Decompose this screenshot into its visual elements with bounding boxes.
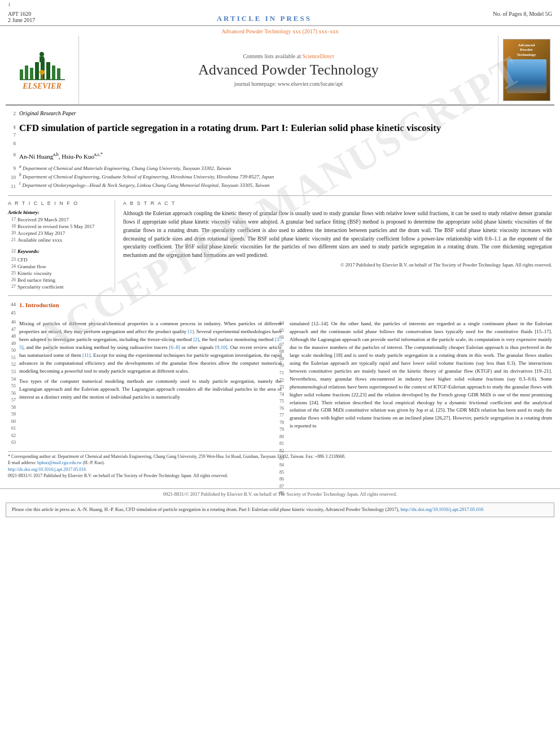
ln50: 50	[8, 347, 16, 355]
line-22: 22	[8, 248, 16, 256]
divider-1	[8, 195, 552, 196]
article-type-row: 2 Original Research Paper	[8, 110, 552, 120]
kw2-row: 24 Granular flow	[8, 264, 109, 270]
sciencedirect-link[interactable]: ScienceDirect	[302, 53, 334, 59]
ln46: 46	[8, 319, 16, 326]
journal-banner-line: Advanced Powder Technology xxx (2017) xx…	[0, 26, 560, 36]
author2-sup: a,c,*	[94, 152, 103, 157]
elsevier-wordmark: ELSEVIER	[23, 82, 61, 91]
keyword-5: Specularity coefficient	[18, 284, 64, 290]
available-online: Available online xxxx	[18, 237, 62, 243]
keyword-4: Bed surface fitting	[18, 277, 55, 283]
email-label: E-mail address:	[8, 460, 36, 465]
line-17: 17	[8, 217, 16, 224]
svg-rect-2	[30, 68, 33, 80]
abstract-col: A B S T R A C T Although the Eulerian ap…	[123, 200, 552, 291]
received-date: Received 29 March 2017	[18, 217, 69, 222]
abstract-copyright: © 2017 Published by Elsevier B.V. on beh…	[123, 262, 552, 268]
kw1-row: 23 CFD	[8, 257, 109, 264]
svg-rect-0	[20, 69, 23, 80]
apt-number: APT 1620	[8, 11, 35, 17]
body-two-col: Mixing of particles of different physica…	[19, 320, 552, 447]
main-content: 2 Original Research Paper § 7 8 CFD simu…	[0, 106, 560, 483]
journal-header: ELSEVIER Contents lists available at Sci…	[6, 36, 554, 106]
authors-row: 8 An-Ni Huanga,b, Hsiu-Po Kuoa,c,*	[8, 152, 552, 162]
line-18: 18	[8, 224, 16, 230]
intro-para-right: simulated [12–14]. On the other hand, th…	[290, 320, 552, 430]
intro-heading: 1. Introduction	[19, 302, 59, 308]
elsevier-brand: ELSEVIER	[17, 50, 68, 91]
intro-para2: Two types of the computer numerical mode…	[19, 378, 282, 401]
aff-sup-b: b	[19, 172, 21, 177]
intro-heading-area: 1. Introduction	[19, 300, 59, 317]
line-nums-title: § 7 8	[8, 122, 16, 147]
ln53: 53	[8, 369, 16, 376]
body-line-numbers-right: 646566676869 707172737475 767778798081 8…	[279, 320, 284, 497]
article-info-col: A R T I C L E I N F O Article history: 1…	[8, 200, 115, 291]
ln59: 59	[8, 411, 16, 418]
ln56: 56	[8, 390, 16, 397]
affiliation-c: c Department of Otolaryngology—Head & Ne…	[19, 181, 274, 188]
line-44: 44	[8, 300, 16, 308]
citation-doi-link[interactable]: http://dx.doi.org/10.1016/j.apt.2017.05.…	[400, 506, 483, 512]
ln54: 54	[8, 376, 16, 383]
line-27: 27	[8, 284, 16, 291]
available-row: 21 Available online xxxx	[8, 237, 109, 244]
line-nums-intro: 44 45	[8, 300, 16, 317]
svg-rect-5	[46, 62, 50, 80]
ln63: 63	[8, 439, 16, 447]
intro-section-header: 44 45 1. Introduction	[8, 300, 552, 317]
top-header: APT 1620 2 June 2017 ARTICLE IN PRESS No…	[0, 7, 560, 26]
citation-text: Please cite this article in press as: A.…	[12, 506, 399, 512]
article-info-heading: A R T I C L E I N F O	[8, 200, 109, 206]
ref2: [2]	[193, 337, 199, 342]
ln48: 48	[8, 333, 16, 340]
ln61: 61	[8, 425, 16, 433]
line-num-10: 10	[8, 173, 16, 182]
ln57: 57	[8, 397, 16, 404]
affiliations-list: a Department of Chemical and Materials E…	[19, 164, 274, 191]
kw3-row: 25 Kinetic viscosity	[8, 270, 109, 277]
line-num-8b: 8	[8, 152, 16, 162]
line-26: 26	[8, 277, 16, 284]
corresponding-label: * Corresponding author at: Department of…	[8, 454, 345, 459]
cover-image-graphic	[507, 59, 546, 93]
elsevier-logo-area: ELSEVIER	[6, 36, 79, 104]
email-link[interactable]: hpkuo@mail.cgu.edu.tw	[37, 460, 82, 465]
ln55: 55	[8, 383, 16, 390]
revised-date: Received in revised form 5 May 2017	[18, 224, 94, 229]
line-num-2: 2	[8, 111, 16, 116]
journal-cover-area: AdvancedPowderTechnology	[498, 36, 554, 104]
author2-name: Hsiu-Po Kuo	[62, 153, 94, 160]
article-in-press-banner: ARTICLE IN PRESS	[217, 11, 312, 23]
authors-line: An-Ni Huanga,b, Hsiu-Po Kuoa,c,*	[19, 152, 103, 160]
abstract-heading: A B S T R A C T	[123, 200, 552, 206]
line-number-1: 1	[8, 2, 11, 7]
journal-cover-image: AdvancedPowderTechnology	[503, 39, 550, 101]
article-title: CFD simulation of particle segregation i…	[19, 122, 441, 147]
revised-row: 18 Received in revised form 5 May 2017	[8, 224, 109, 230]
page-model-info: No. of Pages 8, Model 5G	[493, 11, 552, 17]
line-45: 45	[8, 309, 16, 317]
line-25: 25	[8, 270, 16, 277]
intro-para1: Mixing of particles of different physica…	[19, 320, 282, 375]
svg-point-11	[39, 70, 45, 75]
line-num-7: 7	[8, 131, 16, 139]
svg-rect-9	[40, 56, 44, 62]
doi-link[interactable]: http://dx.doi.org/10.1016/j.apt.2017.05.…	[8, 467, 86, 472]
abstract-text: Although the Eulerian approach coupling …	[123, 209, 552, 259]
ln47: 47	[8, 326, 16, 334]
keywords-label-row: 22 Keywords:	[8, 248, 109, 256]
svg-rect-7	[57, 68, 60, 80]
elsevier-tree-icon	[17, 50, 68, 81]
accepted-row: 20 Accepted 23 May 2017	[8, 230, 109, 237]
received-row: 17 Received 29 March 2017	[8, 217, 109, 224]
sciencedirect-line: Contents lists available at ScienceDirec…	[243, 53, 334, 59]
body-col-right: 646566676869 707172737475 767778798081 8…	[290, 320, 552, 447]
svg-rect-6	[52, 65, 55, 80]
aff-sup-a: a	[19, 164, 21, 169]
email-suffix: (H.-P. Kuo).	[83, 460, 105, 465]
journal-banner-link[interactable]: Advanced Powder Technology xxx (2017) xx…	[221, 28, 338, 34]
line-21: 21	[8, 237, 16, 244]
affiliation-b: b Department of Chemical Engineering, Gr…	[19, 172, 274, 180]
